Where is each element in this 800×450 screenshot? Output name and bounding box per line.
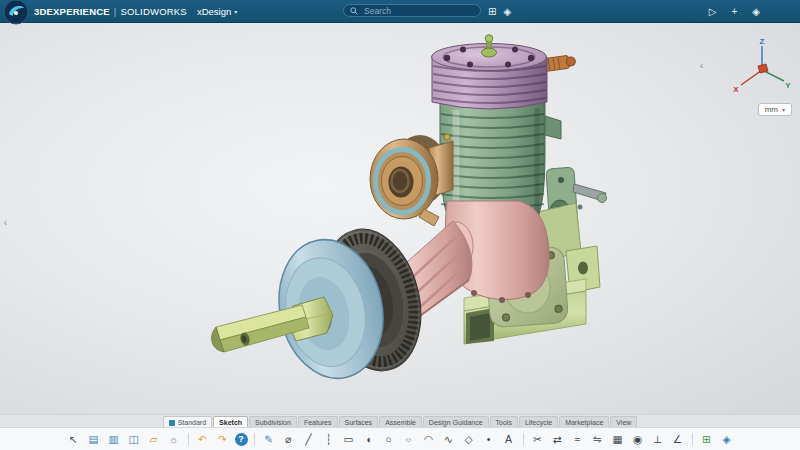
paste-icon[interactable]: ▤ [86,431,102,447]
convert-entities-icon[interactable]: ⇄ [550,431,566,447]
brand: 3DEXPERIENCE | SOLIDWORKS [34,6,187,17]
add-content-icon[interactable]: + [731,6,737,17]
sketch-pencil-icon[interactable]: ✎ [261,431,277,447]
spline-icon[interactable]: ∿ [441,431,457,447]
circle-icon[interactable]: ○ [381,431,397,447]
triad-x-label: X [733,85,739,94]
toolbar-separator [254,433,255,445]
view-triad-panel: ‹ Z X Y mm ▾ [706,36,792,116]
settings-gear-icon[interactable]: ☼ [166,431,182,447]
units-dropdown[interactable]: mm ▾ [758,103,792,116]
line-icon[interactable]: ╱ [301,431,317,447]
search-bar [343,4,481,17]
app-switcher[interactable]: xDesign ▾ [197,6,237,17]
mirror-icon[interactable]: ⇋ [590,431,606,447]
redo-icon[interactable]: ↷ [215,431,231,447]
grid-toggle-icon[interactable]: ⊞ [699,431,715,447]
tab-icon [169,420,175,426]
circular-pattern-icon[interactable]: ◉ [630,431,646,447]
triad-y-label: Y [785,81,791,90]
select-tool-icon[interactable]: ↖ [66,431,82,447]
3dexperience-compass-logo[interactable] [3,0,29,25]
help-icon[interactable]: ? [235,433,248,446]
toolbar-separator [692,433,693,445]
brand-3dexperience: 3DEXPERIENCE [34,6,110,17]
brand-solidworks: SOLIDWORKS [120,6,186,17]
advanced-search-icon[interactable]: ⊞ [488,6,496,17]
rectangle-icon[interactable]: ▭ [341,431,357,447]
search-side-actions: ⊞◈ [488,3,511,19]
arc-icon[interactable]: ◠ [421,431,437,447]
brand-divider: | [114,6,117,17]
centerline-icon[interactable]: ┆ [321,431,337,447]
toolbar: ↖▤▥◫▱☼↶↷?✎⌀╱┆▭◖○○◠∿◇•A✂⇄≈⇋▦◉⊥∠⊞◈ [0,427,800,450]
point-icon[interactable]: • [481,431,497,447]
bookmark-icon[interactable]: ◈ [752,6,760,17]
model-canvas[interactable] [0,22,800,415]
copy-icon[interactable]: ▥ [106,431,122,447]
ellipse-icon[interactable]: ○ [401,431,417,447]
search-tag-icon[interactable]: ◈ [503,6,511,17]
app-name: xDesign [197,6,231,17]
constraint-icon[interactable]: ⊥ [650,431,666,447]
polygon-icon[interactable]: ◇ [461,431,477,447]
trim-icon[interactable]: ✂ [530,431,546,447]
xdesign-app: ‹ ‹ Z X Y mm ▾ 3DEXPE [0,0,800,450]
top-bar: 3DEXPERIENCE | SOLIDWORKS xDesign ▾ ⊞◈ ▷… [0,0,800,23]
snap-settings-icon[interactable]: ◈ [719,431,735,447]
ribbon-tabs: Standard Sketch Subdivision Features Sur… [0,414,800,428]
toolbar-separator [523,433,524,445]
left-panel-expander[interactable]: ‹ [0,212,11,234]
smart-dimension-icon[interactable]: ⌀ [281,431,297,447]
measure-icon[interactable]: ∠ [670,431,686,447]
save-icon[interactable]: ◫ [126,431,142,447]
offset-icon[interactable]: ≈ [570,431,586,447]
units-caret-icon: ▾ [782,106,785,113]
slot-icon[interactable]: ◖ [361,431,377,447]
text-tool-icon[interactable]: A [501,431,517,447]
toolbar-separator [188,433,189,445]
triad-collapse-button[interactable]: ‹ [700,60,703,71]
triad-z-label: Z [760,37,765,46]
linear-pattern-icon[interactable]: ▦ [610,431,626,447]
chevron-down-icon: ▾ [234,8,237,15]
search-icon [350,7,358,15]
topbar-actions: ▷+◈ [709,0,760,22]
import-icon[interactable]: ▱ [146,431,162,447]
share-icon[interactable]: ▷ [709,6,717,17]
units-value: mm [765,105,778,114]
undo-icon[interactable]: ↶ [195,431,211,447]
search-input[interactable] [362,5,474,17]
orientation-triad[interactable]: Z X Y [728,36,792,94]
